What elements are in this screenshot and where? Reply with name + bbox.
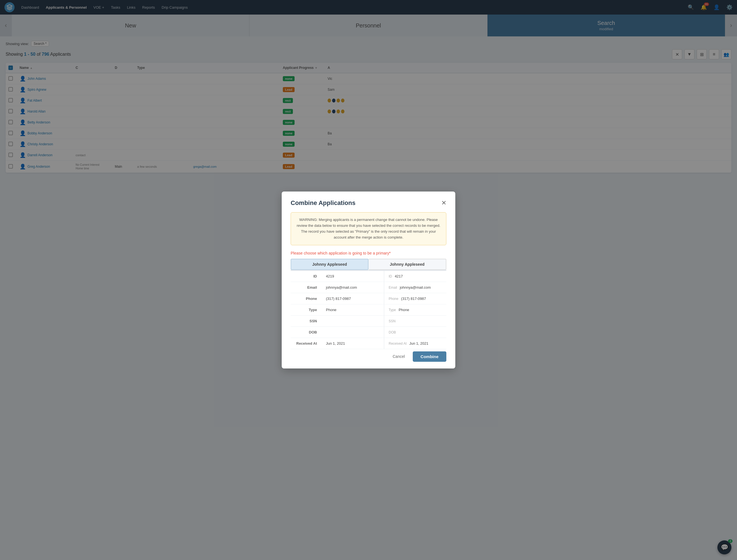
warning-box: WARNING: Merging applicants is a permane…	[291, 212, 446, 245]
right-ssn: SSN	[384, 316, 446, 326]
cancel-button[interactable]: Cancel	[388, 351, 409, 362]
left-received: Jun 1, 2021	[321, 338, 384, 349]
compare-headers: Johnny Appleseed Johnny Appleseed	[291, 259, 446, 270]
left-col-header[interactable]: Johnny Appleseed	[291, 259, 369, 270]
left-id: 4219	[321, 271, 384, 282]
modal-title: Combine Applications	[291, 199, 355, 207]
right-dob: DOB	[384, 327, 446, 338]
compare-row-ssn: SSN SSN	[291, 316, 446, 327]
right-email: Email johnnya@mail.com	[384, 282, 446, 293]
close-modal-button[interactable]: ✕	[441, 200, 446, 206]
compare-row-type: Type Phone Type Phone	[291, 304, 446, 316]
left-dob	[321, 327, 384, 338]
right-id: ID 4217	[384, 271, 446, 282]
compare-row-received: Received At Jun 1, 2021 Received At Jun …	[291, 338, 446, 349]
left-type: Phone	[321, 304, 384, 315]
compare-row-dob: DOB DOB	[291, 327, 446, 338]
left-email: johnnya@mail.com	[321, 282, 384, 293]
combine-button[interactable]: Combine	[413, 351, 446, 362]
compare-row-id: ID 4219 ID 4217	[291, 271, 446, 282]
compare-row-phone: Phone (317) 817-0987 Phone (317) 817-098…	[291, 293, 446, 304]
right-col-header[interactable]: Johnny Appleseed	[369, 259, 446, 270]
right-phone: Phone (317) 817-0987	[384, 293, 446, 304]
left-ssn	[321, 316, 384, 326]
combine-modal: Combine Applications ✕ WARNING: Merging …	[282, 192, 455, 368]
primary-choice-label: Please choose which application is going…	[291, 251, 446, 255]
right-received: Received At Jun 1, 2021	[384, 338, 446, 349]
compare-table: ID 4219 ID 4217 Email johnnya@mail.com E…	[291, 270, 446, 349]
modal-header: Combine Applications ✕	[291, 199, 446, 207]
modal-overlay: Combine Applications ✕ WARNING: Merging …	[0, 0, 737, 560]
modal-footer: Cancel Combine	[291, 351, 446, 362]
right-type: Type Phone	[384, 304, 446, 315]
compare-row-email: Email johnnya@mail.com Email johnnya@mai…	[291, 282, 446, 293]
warning-text: WARNING: Merging applicants is a permane…	[296, 217, 441, 240]
left-phone: (317) 817-0987	[321, 293, 384, 304]
